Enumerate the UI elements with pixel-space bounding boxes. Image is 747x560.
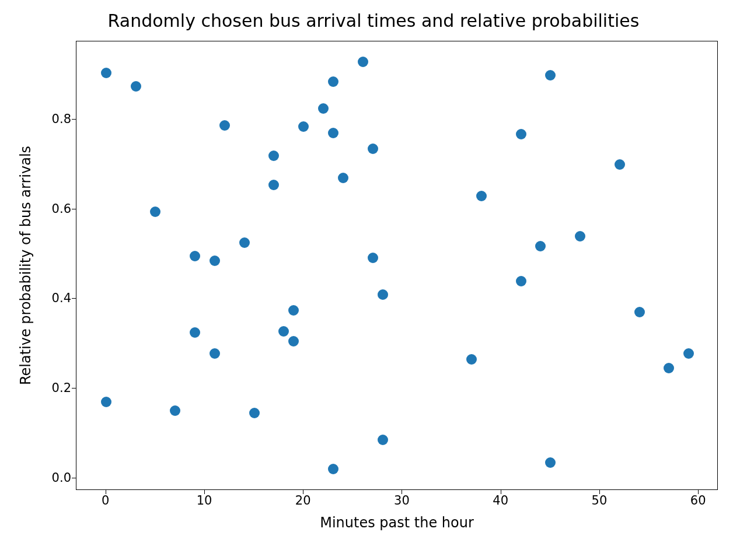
plot-area: [76, 41, 718, 490]
data-point: [516, 129, 526, 139]
data-point: [338, 173, 348, 183]
data-point: [466, 354, 477, 365]
x-tick-label: 30: [394, 494, 410, 508]
data-point: [190, 251, 200, 261]
y-tick-label: 0.8: [52, 112, 71, 126]
y-tick-mark: [72, 119, 76, 120]
y-axis-label: Relative probability of bus arrivals: [18, 41, 35, 490]
chart-title: Randomly chosen bus arrival times and re…: [0, 10, 747, 31]
x-tick-label: 20: [295, 494, 311, 508]
y-tick-mark: [72, 209, 76, 209]
data-point: [664, 363, 674, 373]
data-point: [328, 464, 338, 474]
data-point: [545, 70, 556, 80]
data-point: [378, 435, 388, 445]
data-point: [615, 159, 625, 170]
y-tick-mark: [72, 478, 76, 478]
x-tick-label: 60: [690, 494, 706, 508]
x-tick-label: 40: [493, 494, 508, 508]
data-point: [368, 253, 378, 263]
data-point: [131, 81, 141, 92]
data-point: [150, 206, 160, 217]
x-axis-label: Minutes past the hour: [76, 514, 718, 531]
x-tick-label: 0: [102, 494, 109, 508]
data-point: [101, 68, 111, 78]
data-point: [288, 336, 299, 346]
data-point: [378, 289, 388, 300]
data-point: [358, 57, 368, 67]
data-point: [249, 408, 260, 418]
y-tick-label: 0.2: [52, 381, 71, 395]
data-point: [476, 191, 487, 201]
data-point: [190, 327, 200, 338]
data-point: [328, 76, 338, 87]
y-tick-label: 0.0: [52, 471, 71, 485]
y-tick-mark: [72, 298, 76, 299]
y-tick-label: 0.6: [52, 202, 71, 216]
data-point: [210, 256, 220, 266]
data-point: [368, 144, 378, 154]
data-point: [239, 237, 250, 248]
data-point: [268, 180, 279, 190]
data-point: [298, 121, 309, 132]
x-tick-label: 50: [592, 494, 608, 508]
data-point: [288, 305, 299, 316]
data-point: [210, 348, 220, 359]
x-tick-label: 10: [197, 494, 212, 508]
data-point: [545, 457, 556, 468]
data-point: [170, 405, 180, 416]
data-point: [634, 307, 645, 317]
data-point: [535, 241, 546, 251]
data-point: [328, 128, 338, 138]
y-tick-label: 0.4: [52, 291, 71, 305]
data-point: [575, 231, 585, 242]
data-point: [219, 120, 230, 131]
data-point: [278, 326, 289, 337]
data-point: [101, 397, 111, 407]
data-point: [516, 276, 526, 286]
data-point: [318, 103, 329, 114]
chart-figure: Randomly chosen bus arrival times and re…: [0, 0, 747, 560]
y-tick-mark: [72, 388, 76, 388]
data-point: [683, 348, 694, 359]
data-point: [268, 150, 279, 161]
